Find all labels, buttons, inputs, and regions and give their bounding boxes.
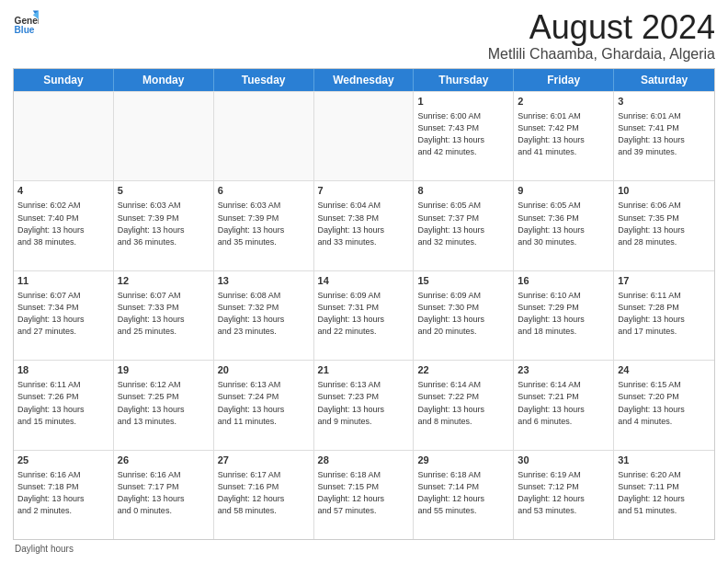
sun-info: Sunrise: 6:11 AM Sunset: 7:28 PM Dayligh… xyxy=(618,290,711,338)
calendar-cell-1-3 xyxy=(214,92,314,180)
calendar-cell-3-3: 13Sunrise: 6:08 AM Sunset: 7:32 PM Dayli… xyxy=(214,271,314,360)
calendar-cell-1-1 xyxy=(14,92,114,180)
calendar-row-5: 25Sunrise: 6:16 AM Sunset: 7:18 PM Dayli… xyxy=(14,450,714,539)
sun-info: Sunrise: 6:11 AM Sunset: 7:26 PM Dayligh… xyxy=(17,379,109,427)
svg-text:Blue: Blue xyxy=(15,25,35,35)
calendar-cell-2-3: 6Sunrise: 6:03 AM Sunset: 7:39 PM Daylig… xyxy=(214,181,314,270)
calendar-cell-2-1: 4Sunrise: 6:02 AM Sunset: 7:40 PM Daylig… xyxy=(14,181,114,270)
sun-info: Sunrise: 6:08 AM Sunset: 7:32 PM Dayligh… xyxy=(218,290,310,338)
day-number: 29 xyxy=(417,454,509,467)
sun-info: Sunrise: 6:07 AM Sunset: 7:33 PM Dayligh… xyxy=(118,290,210,338)
day-number: 21 xyxy=(318,363,410,377)
header-friday: Friday xyxy=(514,69,614,91)
calendar-cell-4-6: 23Sunrise: 6:14 AM Sunset: 7:21 PM Dayli… xyxy=(514,361,614,449)
day-number: 24 xyxy=(618,363,711,377)
calendar-cell-3-6: 16Sunrise: 6:10 AM Sunset: 7:29 PM Dayli… xyxy=(514,271,614,360)
calendar-cell-2-6: 9Sunrise: 6:05 AM Sunset: 7:36 PM Daylig… xyxy=(514,181,614,270)
header-saturday: Saturday xyxy=(614,69,714,91)
calendar-row-2: 4Sunrise: 6:02 AM Sunset: 7:40 PM Daylig… xyxy=(14,180,714,270)
day-number: 1 xyxy=(417,95,509,109)
header: General Blue August 2024 Metlili Chaamba… xyxy=(13,9,715,63)
day-number: 16 xyxy=(518,274,609,288)
calendar-cell-1-7: 3Sunrise: 6:01 AM Sunset: 7:41 PM Daylig… xyxy=(614,92,714,180)
sun-info: Sunrise: 6:06 AM Sunset: 7:35 PM Dayligh… xyxy=(618,200,711,247)
day-number: 12 xyxy=(118,274,210,288)
day-number: 4 xyxy=(17,184,109,198)
calendar-cell-1-6: 2Sunrise: 6:01 AM Sunset: 7:42 PM Daylig… xyxy=(514,92,614,180)
calendar-cell-3-4: 14Sunrise: 6:09 AM Sunset: 7:31 PM Dayli… xyxy=(314,271,415,360)
sun-info: Sunrise: 6:18 AM Sunset: 7:15 PM Dayligh… xyxy=(318,469,410,517)
sun-info: Sunrise: 6:07 AM Sunset: 7:34 PM Dayligh… xyxy=(17,290,109,338)
calendar-cell-5-4: 28Sunrise: 6:18 AM Sunset: 7:15 PM Dayli… xyxy=(314,451,415,539)
calendar-cell-3-7: 17Sunrise: 6:11 AM Sunset: 7:28 PM Dayli… xyxy=(614,271,714,360)
day-number: 11 xyxy=(17,274,109,288)
calendar-cell-1-2 xyxy=(114,92,214,180)
calendar-cell-4-1: 18Sunrise: 6:11 AM Sunset: 7:26 PM Dayli… xyxy=(14,361,114,449)
sun-info: Sunrise: 6:19 AM Sunset: 7:12 PM Dayligh… xyxy=(518,469,609,517)
day-number: 15 xyxy=(417,274,509,288)
day-number: 17 xyxy=(618,274,711,288)
sun-info: Sunrise: 6:09 AM Sunset: 7:30 PM Dayligh… xyxy=(417,290,509,338)
sun-info: Sunrise: 6:00 AM Sunset: 7:43 PM Dayligh… xyxy=(417,110,509,158)
sun-info: Sunrise: 6:03 AM Sunset: 7:39 PM Dayligh… xyxy=(218,200,310,247)
day-number: 13 xyxy=(218,274,310,288)
calendar-cell-3-2: 12Sunrise: 6:07 AM Sunset: 7:33 PM Dayli… xyxy=(114,271,214,360)
day-number: 3 xyxy=(618,95,711,109)
header-wednesday: Wednesday xyxy=(314,69,415,91)
calendar-cell-2-5: 8Sunrise: 6:05 AM Sunset: 7:37 PM Daylig… xyxy=(414,181,514,270)
sun-info: Sunrise: 6:01 AM Sunset: 7:42 PM Dayligh… xyxy=(518,110,609,158)
day-number: 14 xyxy=(318,274,410,288)
sun-info: Sunrise: 6:04 AM Sunset: 7:38 PM Dayligh… xyxy=(318,200,410,247)
title-block: August 2024 Metlili Chaamba, Ghardaia, A… xyxy=(488,9,715,63)
day-number: 28 xyxy=(318,454,410,467)
calendar-cell-4-3: 20Sunrise: 6:13 AM Sunset: 7:24 PM Dayli… xyxy=(214,361,314,449)
sun-info: Sunrise: 6:13 AM Sunset: 7:24 PM Dayligh… xyxy=(218,379,310,427)
day-number: 27 xyxy=(218,454,310,467)
calendar-cell-2-2: 5Sunrise: 6:03 AM Sunset: 7:39 PM Daylig… xyxy=(114,181,214,270)
sun-info: Sunrise: 6:05 AM Sunset: 7:37 PM Dayligh… xyxy=(417,200,509,247)
sun-info: Sunrise: 6:09 AM Sunset: 7:31 PM Dayligh… xyxy=(318,290,410,338)
calendar-header: Sunday Monday Tuesday Wednesday Thursday… xyxy=(14,69,714,91)
calendar-cell-4-2: 19Sunrise: 6:12 AM Sunset: 7:25 PM Dayli… xyxy=(114,361,214,449)
calendar-body: 1Sunrise: 6:00 AM Sunset: 7:43 PM Daylig… xyxy=(14,91,714,539)
header-tuesday: Tuesday xyxy=(214,69,314,91)
day-number: 9 xyxy=(518,184,609,198)
calendar-cell-3-5: 15Sunrise: 6:09 AM Sunset: 7:30 PM Dayli… xyxy=(414,271,514,360)
calendar-cell-4-7: 24Sunrise: 6:15 AM Sunset: 7:20 PM Dayli… xyxy=(614,361,714,449)
main-title: August 2024 xyxy=(488,9,715,46)
day-number: 31 xyxy=(618,454,711,467)
calendar-cell-5-2: 26Sunrise: 6:16 AM Sunset: 7:17 PM Dayli… xyxy=(114,451,214,539)
sun-info: Sunrise: 6:14 AM Sunset: 7:22 PM Dayligh… xyxy=(417,379,509,427)
day-number: 23 xyxy=(518,363,609,377)
calendar-cell-5-5: 29Sunrise: 6:18 AM Sunset: 7:14 PM Dayli… xyxy=(414,451,514,539)
day-number: 8 xyxy=(417,184,509,198)
header-thursday: Thursday xyxy=(414,69,514,91)
header-sunday: Sunday xyxy=(14,69,114,91)
calendar-cell-1-4 xyxy=(314,92,415,180)
calendar-cell-5-6: 30Sunrise: 6:19 AM Sunset: 7:12 PM Dayli… xyxy=(514,451,614,539)
logo: General Blue xyxy=(13,9,39,35)
day-number: 5 xyxy=(118,184,210,198)
day-number: 6 xyxy=(218,184,310,198)
sun-info: Sunrise: 6:01 AM Sunset: 7:41 PM Dayligh… xyxy=(618,110,711,158)
sun-info: Sunrise: 6:12 AM Sunset: 7:25 PM Dayligh… xyxy=(118,379,210,427)
calendar-cell-2-7: 10Sunrise: 6:06 AM Sunset: 7:35 PM Dayli… xyxy=(614,181,714,270)
calendar-cell-5-7: 31Sunrise: 6:20 AM Sunset: 7:11 PM Dayli… xyxy=(614,451,714,539)
calendar-cell-5-3: 27Sunrise: 6:17 AM Sunset: 7:16 PM Dayli… xyxy=(214,451,314,539)
sun-info: Sunrise: 6:18 AM Sunset: 7:14 PM Dayligh… xyxy=(417,469,509,517)
calendar-row-1: 1Sunrise: 6:00 AM Sunset: 7:43 PM Daylig… xyxy=(14,91,714,180)
logo-icon: General Blue xyxy=(13,9,39,35)
day-number: 10 xyxy=(618,184,711,198)
day-number: 22 xyxy=(417,363,509,377)
calendar-cell-4-4: 21Sunrise: 6:13 AM Sunset: 7:23 PM Dayli… xyxy=(314,361,415,449)
sun-info: Sunrise: 6:20 AM Sunset: 7:11 PM Dayligh… xyxy=(618,469,711,517)
day-number: 26 xyxy=(118,454,210,467)
calendar-cell-2-4: 7Sunrise: 6:04 AM Sunset: 7:38 PM Daylig… xyxy=(314,181,415,270)
subtitle: Metlili Chaamba, Ghardaia, Algeria xyxy=(488,46,715,63)
sun-info: Sunrise: 6:17 AM Sunset: 7:16 PM Dayligh… xyxy=(218,469,310,517)
sun-info: Sunrise: 6:13 AM Sunset: 7:23 PM Dayligh… xyxy=(318,379,410,427)
sun-info: Sunrise: 6:03 AM Sunset: 7:39 PM Dayligh… xyxy=(118,200,210,247)
day-number: 25 xyxy=(17,454,109,467)
day-number: 19 xyxy=(118,363,210,377)
calendar-cell-3-1: 11Sunrise: 6:07 AM Sunset: 7:34 PM Dayli… xyxy=(14,271,114,360)
